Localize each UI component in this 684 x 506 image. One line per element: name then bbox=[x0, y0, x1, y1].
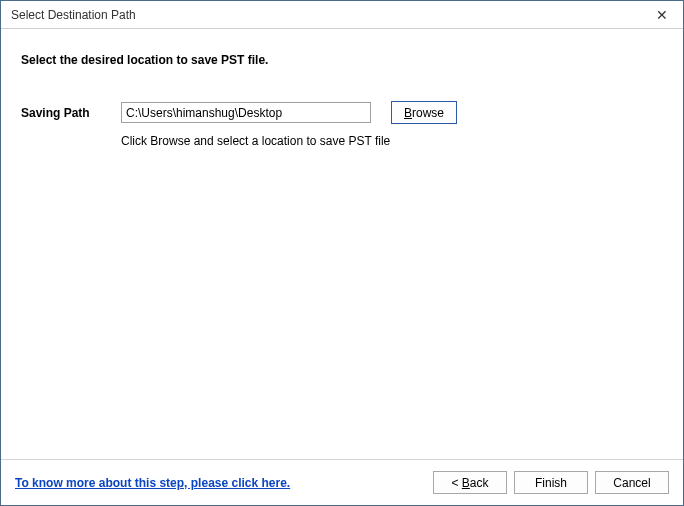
content-area: Select the desired location to save PST … bbox=[1, 29, 683, 459]
saving-path-row: Saving Path Browse bbox=[21, 101, 663, 124]
help-link[interactable]: To know more about this step, please cli… bbox=[15, 476, 290, 490]
cancel-button[interactable]: Cancel bbox=[595, 471, 669, 494]
footer-bar: To know more about this step, please cli… bbox=[1, 459, 683, 505]
browse-button[interactable]: Browse bbox=[391, 101, 457, 124]
saving-path-label: Saving Path bbox=[21, 106, 121, 120]
window-title: Select Destination Path bbox=[11, 8, 641, 22]
close-icon[interactable]: ✕ bbox=[641, 1, 683, 29]
instruction-heading: Select the desired location to save PST … bbox=[21, 53, 663, 67]
finish-button[interactable]: Finish bbox=[514, 471, 588, 494]
back-button[interactable]: < Back bbox=[433, 471, 507, 494]
dialog-window: Select Destination Path ✕ Select the des… bbox=[0, 0, 684, 506]
titlebar: Select Destination Path ✕ bbox=[1, 1, 683, 29]
hint-text: Click Browse and select a location to sa… bbox=[121, 134, 663, 148]
saving-path-input[interactable] bbox=[121, 102, 371, 123]
